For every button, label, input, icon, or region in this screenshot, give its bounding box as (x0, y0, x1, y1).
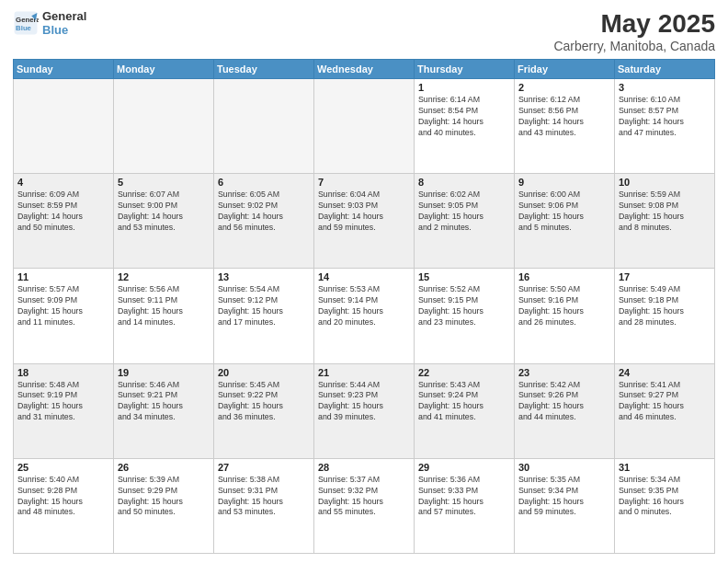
col-header-friday: Friday (515, 60, 615, 79)
sub-title: Carberry, Manitoba, Canada (553, 39, 715, 53)
calendar-day: 10Sunrise: 5:59 AM Sunset: 9:08 PM Dayli… (615, 174, 715, 269)
day-number: 22 (418, 367, 510, 378)
day-info: Sunrise: 6:09 AM Sunset: 8:59 PM Dayligh… (17, 190, 109, 234)
day-info: Sunrise: 6:12 AM Sunset: 8:56 PM Dayligh… (518, 95, 610, 139)
day-number: 18 (17, 367, 109, 378)
day-info: Sunrise: 5:42 AM Sunset: 9:26 PM Dayligh… (518, 380, 610, 424)
day-info: Sunrise: 5:36 AM Sunset: 9:33 PM Dayligh… (418, 475, 510, 519)
calendar-table: SundayMondayTuesdayWednesdayThursdayFrid… (13, 59, 715, 554)
day-number: 9 (518, 177, 610, 188)
day-number: 25 (17, 462, 109, 473)
calendar-week-2: 4Sunrise: 6:09 AM Sunset: 8:59 PM Daylig… (14, 174, 715, 269)
day-info: Sunrise: 5:46 AM Sunset: 9:21 PM Dayligh… (118, 380, 210, 424)
day-info: Sunrise: 5:41 AM Sunset: 9:27 PM Dayligh… (619, 380, 711, 424)
day-number: 2 (518, 82, 610, 93)
col-header-tuesday: Tuesday (214, 60, 314, 79)
day-number: 14 (318, 271, 410, 282)
calendar-day: 3Sunrise: 6:10 AM Sunset: 8:57 PM Daylig… (615, 79, 715, 174)
calendar-day: 31Sunrise: 5:34 AM Sunset: 9:35 PM Dayli… (615, 458, 715, 553)
calendar-day (214, 79, 314, 174)
calendar-day: 30Sunrise: 5:35 AM Sunset: 9:34 PM Dayli… (515, 458, 615, 553)
day-number: 16 (518, 271, 610, 282)
day-number: 24 (619, 367, 711, 378)
day-number: 31 (619, 462, 711, 473)
calendar-day (14, 79, 114, 174)
header: General Blue General Blue May 2025 Carbe… (13, 9, 715, 53)
col-header-sunday: Sunday (14, 60, 114, 79)
calendar-day: 9Sunrise: 6:00 AM Sunset: 9:06 PM Daylig… (515, 174, 615, 269)
col-header-monday: Monday (114, 60, 214, 79)
calendar-day: 11Sunrise: 5:57 AM Sunset: 9:09 PM Dayli… (14, 269, 114, 363)
day-number: 29 (418, 462, 510, 473)
calendar-header-row: SundayMondayTuesdayWednesdayThursdayFrid… (14, 60, 715, 79)
calendar-day: 1Sunrise: 6:14 AM Sunset: 8:54 PM Daylig… (415, 79, 515, 174)
day-info: Sunrise: 5:34 AM Sunset: 9:35 PM Dayligh… (619, 475, 711, 519)
day-number: 26 (118, 462, 210, 473)
calendar-day: 7Sunrise: 6:04 AM Sunset: 9:03 PM Daylig… (314, 174, 415, 269)
calendar-week-4: 18Sunrise: 5:48 AM Sunset: 9:19 PM Dayli… (14, 363, 715, 458)
day-number: 6 (218, 177, 310, 188)
col-header-saturday: Saturday (615, 60, 715, 79)
calendar-day: 2Sunrise: 6:12 AM Sunset: 8:56 PM Daylig… (515, 79, 615, 174)
calendar-day: 17Sunrise: 5:49 AM Sunset: 9:18 PM Dayli… (615, 269, 715, 363)
day-info: Sunrise: 6:00 AM Sunset: 9:06 PM Dayligh… (518, 190, 610, 234)
day-number: 10 (619, 177, 711, 188)
logo-icon: General Blue (13, 10, 39, 36)
day-info: Sunrise: 5:39 AM Sunset: 9:29 PM Dayligh… (118, 475, 210, 519)
calendar-day: 28Sunrise: 5:37 AM Sunset: 9:32 PM Dayli… (314, 458, 415, 553)
day-info: Sunrise: 5:59 AM Sunset: 9:08 PM Dayligh… (619, 190, 711, 234)
calendar-day: 23Sunrise: 5:42 AM Sunset: 9:26 PM Dayli… (515, 363, 615, 458)
calendar-day: 21Sunrise: 5:44 AM Sunset: 9:23 PM Dayli… (314, 363, 415, 458)
calendar-day: 4Sunrise: 6:09 AM Sunset: 8:59 PM Daylig… (14, 174, 114, 269)
day-info: Sunrise: 5:53 AM Sunset: 9:14 PM Dayligh… (318, 284, 410, 328)
calendar-day: 27Sunrise: 5:38 AM Sunset: 9:31 PM Dayli… (214, 458, 314, 553)
day-info: Sunrise: 5:38 AM Sunset: 9:31 PM Dayligh… (218, 475, 310, 519)
day-info: Sunrise: 6:04 AM Sunset: 9:03 PM Dayligh… (318, 190, 410, 234)
day-number: 11 (17, 271, 109, 282)
day-info: Sunrise: 6:02 AM Sunset: 9:05 PM Dayligh… (418, 190, 510, 234)
day-number: 8 (418, 177, 510, 188)
calendar-day: 26Sunrise: 5:39 AM Sunset: 9:29 PM Dayli… (114, 458, 214, 553)
day-info: Sunrise: 5:40 AM Sunset: 9:28 PM Dayligh… (17, 475, 109, 519)
day-number: 27 (218, 462, 310, 473)
calendar-day: 15Sunrise: 5:52 AM Sunset: 9:15 PM Dayli… (415, 269, 515, 363)
calendar-day: 13Sunrise: 5:54 AM Sunset: 9:12 PM Dayli… (214, 269, 314, 363)
calendar-day: 5Sunrise: 6:07 AM Sunset: 9:00 PM Daylig… (114, 174, 214, 269)
calendar-day: 22Sunrise: 5:43 AM Sunset: 9:24 PM Dayli… (415, 363, 515, 458)
calendar-week-1: 1Sunrise: 6:14 AM Sunset: 8:54 PM Daylig… (14, 79, 715, 174)
calendar-week-3: 11Sunrise: 5:57 AM Sunset: 9:09 PM Dayli… (14, 269, 715, 363)
day-info: Sunrise: 5:56 AM Sunset: 9:11 PM Dayligh… (118, 284, 210, 328)
day-info: Sunrise: 5:49 AM Sunset: 9:18 PM Dayligh… (619, 284, 711, 328)
day-number: 21 (318, 367, 410, 378)
day-info: Sunrise: 6:10 AM Sunset: 8:57 PM Dayligh… (619, 95, 711, 139)
title-block: May 2025 Carberry, Manitoba, Canada (553, 9, 715, 53)
day-number: 30 (518, 462, 610, 473)
calendar-day: 19Sunrise: 5:46 AM Sunset: 9:21 PM Dayli… (114, 363, 214, 458)
day-info: Sunrise: 5:57 AM Sunset: 9:09 PM Dayligh… (17, 284, 109, 328)
calendar-day: 20Sunrise: 5:45 AM Sunset: 9:22 PM Dayli… (214, 363, 314, 458)
day-number: 1 (418, 82, 510, 93)
day-number: 15 (418, 271, 510, 282)
day-number: 19 (118, 367, 210, 378)
col-header-wednesday: Wednesday (314, 60, 415, 79)
day-number: 4 (17, 177, 109, 188)
calendar-day (314, 79, 415, 174)
day-info: Sunrise: 6:07 AM Sunset: 9:00 PM Dayligh… (118, 190, 210, 234)
day-info: Sunrise: 6:05 AM Sunset: 9:02 PM Dayligh… (218, 190, 310, 234)
col-header-thursday: Thursday (415, 60, 515, 79)
day-number: 20 (218, 367, 310, 378)
day-number: 28 (318, 462, 410, 473)
svg-text:Blue: Blue (16, 24, 32, 32)
day-number: 17 (619, 271, 711, 282)
day-number: 3 (619, 82, 711, 93)
calendar-week-5: 25Sunrise: 5:40 AM Sunset: 9:28 PM Dayli… (14, 458, 715, 553)
calendar-day: 18Sunrise: 5:48 AM Sunset: 9:19 PM Dayli… (14, 363, 114, 458)
day-info: Sunrise: 6:14 AM Sunset: 8:54 PM Dayligh… (418, 95, 510, 139)
day-info: Sunrise: 5:54 AM Sunset: 9:12 PM Dayligh… (218, 284, 310, 328)
day-info: Sunrise: 5:37 AM Sunset: 9:32 PM Dayligh… (318, 475, 410, 519)
day-number: 5 (118, 177, 210, 188)
calendar-day: 8Sunrise: 6:02 AM Sunset: 9:05 PM Daylig… (415, 174, 515, 269)
logo-general: General (42, 9, 86, 23)
logo-blue: Blue (42, 23, 86, 37)
day-info: Sunrise: 5:43 AM Sunset: 9:24 PM Dayligh… (418, 380, 510, 424)
